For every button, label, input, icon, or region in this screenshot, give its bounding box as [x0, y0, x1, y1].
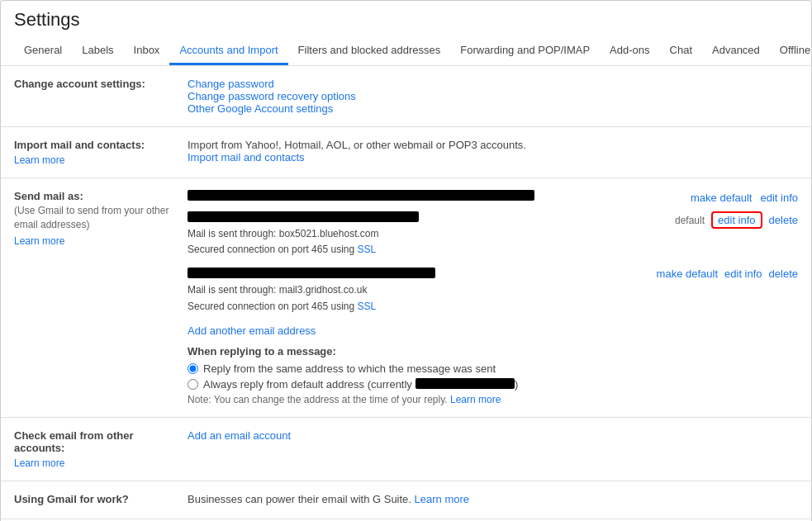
import-description: Import from Yahoo!, Hotmail, AOL, or oth… — [188, 139, 798, 151]
add-email-address-link[interactable]: Add another email address — [188, 324, 316, 337]
make-default-3-link[interactable]: make default — [657, 268, 718, 280]
gmail-work-learn-more[interactable]: Learn more — [415, 493, 469, 505]
google-account-settings-link[interactable]: Other Google Account settings — [188, 102, 333, 115]
entry2-sent-through: Mail is sent through: box5021.bluehost.c… — [188, 228, 378, 239]
tab-accounts-and-import[interactable]: Accounts and Import — [169, 37, 287, 65]
entry2-detail: Mail is sent through: box5021.bluehost.c… — [188, 226, 616, 258]
gmail-work-row: Using Gmail for work? Businesses can pow… — [1, 481, 811, 519]
tab-general[interactable]: General — [14, 37, 72, 65]
gmail-work-content: Businesses can power their email with G … — [188, 493, 798, 505]
delete-2-link[interactable]: delete — [769, 214, 798, 226]
note-text: Note: You can change the address at the … — [188, 394, 448, 405]
reply-radio-2[interactable] — [188, 379, 198, 390]
tab-advanced[interactable]: Advanced — [702, 37, 770, 65]
tab-forwarding[interactable]: Forwarding and POP/IMAP — [450, 37, 600, 65]
entry3-sent-through: Mail is sent through: mail3.gridhost.co.… — [188, 284, 367, 296]
change-account-row: Change account settings: Change password… — [1, 66, 811, 127]
entry3-detail: Mail is sent through: mail3.gridhost.co.… — [188, 282, 616, 314]
check-email-label: Check email from other accounts: — [14, 429, 174, 454]
import-mail-label: Import mail and contacts: — [14, 139, 174, 151]
make-default-1-link[interactable]: make default — [691, 192, 752, 204]
reply-label: When replying to a message: — [188, 345, 798, 358]
change-password-recovery-link[interactable]: Change password recovery options — [188, 90, 356, 102]
check-email-content: Add an email account — [188, 429, 798, 442]
page-title: Settings — [14, 9, 798, 31]
tab-inbox[interactable]: Inbox — [124, 37, 170, 65]
gmail-work-label: Using Gmail for work? — [14, 493, 174, 505]
email-bar-1 — [188, 190, 534, 201]
edit-info-3-link[interactable]: edit info — [724, 268, 762, 280]
reply-option-1: Reply from the same address to which the… — [188, 362, 798, 375]
gmail-work-description: Businesses can power their email with G … — [188, 493, 411, 505]
tab-offline[interactable]: Offline — [770, 37, 812, 65]
change-account-label: Change account settings: — [14, 78, 174, 90]
import-mail-content: Import from Yahoo!, Hotmail, AOL, or oth… — [188, 139, 798, 163]
email-bar-2 — [188, 211, 419, 222]
email-bar-3 — [188, 268, 435, 278]
reply-radio-1[interactable] — [188, 363, 198, 374]
send-mail-subtext: (Use Gmail to send from your other email… — [14, 205, 169, 230]
change-password-link[interactable]: Change password — [188, 78, 274, 90]
check-email-row: Check email from other accounts: Learn m… — [1, 418, 811, 481]
tab-filters[interactable]: Filters and blocked addresses — [288, 37, 451, 65]
entry2-secured: Secured connection on port 465 using — [188, 244, 354, 255]
send-mail-row: Send mail as: (Use Gmail to send from yo… — [1, 178, 811, 418]
reply-option-2: Always reply from default address (curre… — [188, 378, 798, 391]
change-account-content: Change password Change password recovery… — [188, 78, 798, 115]
delete-3-link[interactable]: delete — [769, 268, 798, 280]
tab-chat[interactable]: Chat — [660, 37, 702, 65]
tab-labels[interactable]: Labels — [72, 37, 123, 65]
edit-info-1-link[interactable]: edit info — [760, 192, 798, 204]
entry2-ssl-link[interactable]: SSL — [358, 244, 377, 255]
reply-email-bar — [415, 378, 515, 389]
reply-note: Note: You can change the address at the … — [188, 394, 798, 405]
send-mail-content: make default edit info Mail is sent thro… — [188, 190, 798, 405]
reply-option-2-label: Always reply from default address (curre… — [203, 378, 412, 391]
import-action-link[interactable]: Import mail and contacts — [188, 151, 305, 163]
add-email-account-link[interactable]: Add an email account — [188, 429, 291, 442]
send-mail-label: Send mail as: — [14, 190, 174, 202]
reply-learn-more-link[interactable]: Learn more — [450, 394, 501, 405]
edit-info-2-button[interactable]: edit info — [711, 211, 762, 229]
import-mail-row: Import mail and contacts: Learn more Imp… — [1, 127, 811, 178]
tab-addons[interactable]: Add-ons — [600, 37, 659, 65]
reply-option-1-label: Reply from the same address to which the… — [203, 362, 496, 375]
check-email-learn-more[interactable]: Learn more — [14, 457, 174, 469]
entry3-secured: Secured connection on port 465 using — [188, 301, 354, 312]
reply-options: When replying to a message: Reply from t… — [188, 345, 798, 405]
send-mail-learn-more[interactable]: Learn more — [14, 235, 174, 247]
import-learn-more-link[interactable]: Learn more — [14, 154, 174, 166]
default-badge: default — [675, 215, 705, 226]
nav-tabs: General Labels Inbox Accounts and Import… — [14, 37, 798, 65]
entry3-ssl-link[interactable]: SSL — [358, 301, 377, 312]
